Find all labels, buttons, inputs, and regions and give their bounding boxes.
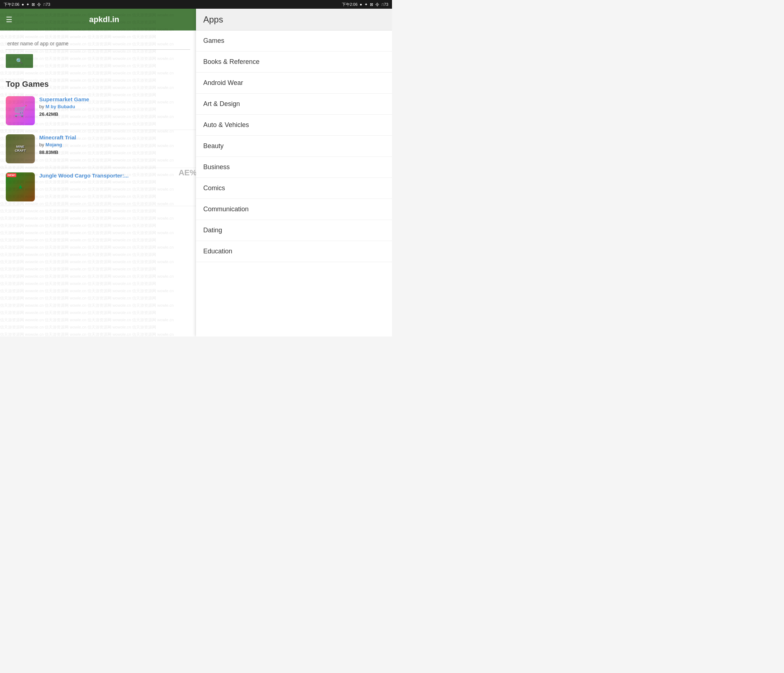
dropdown-item-beauty[interactable]: Beauty: [196, 136, 392, 157]
left-dot-icon: ●: [22, 2, 24, 6]
dropdown-item-books[interactable]: Books & Reference: [196, 51, 392, 73]
search-button[interactable]: 🔍: [6, 54, 33, 68]
game-icon-wrapper-supermarket: 🛒: [6, 96, 35, 125]
right-wifi-icon: 令: [375, 2, 379, 7]
right-dot-icon: ●: [360, 2, 362, 6]
game-info-jungle: Jungle Wood Cargo Transporter:...: [39, 173, 190, 180]
dropdown-item-android-wear[interactable]: Android Wear: [196, 73, 392, 93]
hamburger-menu-icon[interactable]: ☰: [6, 15, 12, 24]
dropdown-header: Apps: [196, 9, 392, 31]
game-item-supermarket[interactable]: 🛒 Supermarket Game by M by Bubadu 26.42M…: [0, 92, 196, 130]
game-developer-supermarket: by M by Bubadu: [39, 104, 190, 109]
app-header: ☰ apkdl.in: [0, 9, 196, 31]
game-developer-minecraft: by Mojang: [39, 142, 190, 147]
ae-badge: AE%: [179, 168, 196, 178]
left-battery-icon: ⎍73: [43, 2, 50, 6]
game-name-minecraft[interactable]: Minecraft Trial: [39, 134, 190, 140]
dropdown-item-games[interactable]: Games: [196, 31, 392, 51]
right-bt-icon: ✦: [364, 2, 368, 7]
search-input[interactable]: [6, 38, 190, 50]
game-size-supermarket: 26.42MB: [39, 111, 190, 117]
game-name-jungle[interactable]: Jungle Wood Cargo Transporter:...: [39, 173, 190, 179]
left-bt-icon: ✦: [26, 2, 30, 7]
search-area: 🔍: [0, 31, 196, 74]
dropdown-item-business[interactable]: Business: [196, 157, 392, 178]
site-title: apkdl.in: [18, 15, 190, 24]
left-wifi-icon: 令: [37, 2, 41, 7]
content-area: Top Games 🛒 Supermarket Game by M by Bub…: [0, 74, 196, 336]
game-icon-wrapper-minecraft: MINECRAFT: [6, 134, 35, 164]
dropdown-item-auto-vehicles[interactable]: Auto & Vehicles: [196, 115, 392, 136]
left-time: 下午2:06: [4, 2, 19, 7]
dropdown-item-communication[interactable]: Communication: [196, 199, 392, 220]
game-icon-minecraft: MINECRAFT: [6, 134, 35, 164]
status-bar-left: 下午2:06 ● ✦ ⊠ 令 ⎍73: [4, 2, 196, 7]
status-bar-right: 下午2:06 ● ✦ ⊠ 令 ⎍73: [196, 2, 388, 7]
game-info-supermarket: Supermarket Game by M by Bubadu 26.42MB: [39, 96, 190, 117]
dropdown-title: Apps: [203, 14, 223, 25]
right-signal-icon: ⊠: [370, 2, 373, 7]
new-badge: NEW!: [6, 173, 16, 177]
game-name-supermarket[interactable]: Supermarket Game: [39, 96, 190, 102]
minecraft-icon-text: MINECRAFT: [15, 145, 26, 153]
game-item-jungle[interactable]: NEW! 🌲 Jungle Wood Cargo Transporter:...: [0, 168, 196, 206]
dropdown-item-education[interactable]: Education: [196, 241, 392, 262]
right-battery-icon: ⎍73: [381, 2, 388, 6]
game-info-minecraft: Minecraft Trial by Mojang 88.83MB: [39, 134, 190, 155]
game-size-minecraft: 88.83MB: [39, 150, 190, 155]
game-item-minecraft[interactable]: MINECRAFT Minecraft Trial by Mojang 88.8…: [0, 130, 196, 168]
left-panel: 信天游资源网 wowole.cn 信天游资源网 wowle.cn 信天游资源网 …: [0, 9, 196, 336]
dropdown-item-comics[interactable]: Comics: [196, 178, 392, 199]
dropdown-menu: Games Books & Reference Android Wear Art…: [196, 31, 392, 336]
right-panel: Apps Games Books & Reference Android Wea…: [196, 9, 392, 336]
status-bar: 下午2:06 ● ✦ ⊠ 令 ⎍73 下午2:06 ● ✦ ⊠ 令 ⎍73: [0, 0, 392, 9]
game-icon-jungle: NEW! 🌲: [6, 173, 35, 201]
right-time: 下午2:06: [342, 2, 358, 7]
main-container: 信天游资源网 wowole.cn 信天游资源网 wowle.cn 信天游资源网 …: [0, 9, 392, 336]
search-icon: 🔍: [16, 58, 23, 64]
game-icon-wrapper-jungle: NEW! 🌲: [6, 173, 35, 201]
game-icon-supermarket: 🛒: [6, 96, 35, 125]
left-signal-icon: ⊠: [31, 2, 35, 7]
top-games-title: Top Games: [0, 76, 196, 92]
dropdown-item-art-design[interactable]: Art & Design: [196, 93, 392, 115]
dropdown-item-dating[interactable]: Dating: [196, 220, 392, 241]
